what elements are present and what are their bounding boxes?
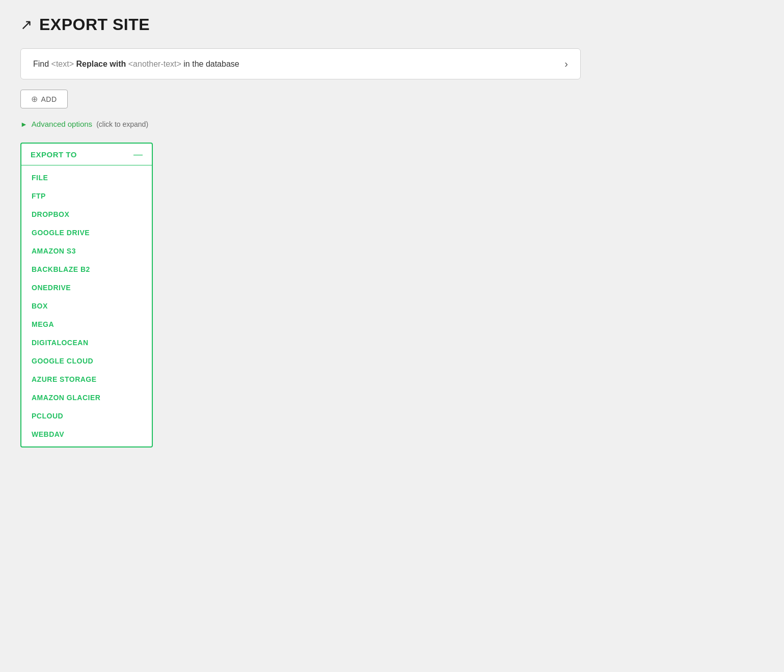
export-destination-item[interactable]: AMAZON GLACIER <box>21 388 152 407</box>
add-button-label: ADD <box>41 95 57 103</box>
export-destination-item[interactable]: AZURE STORAGE <box>21 370 152 388</box>
collapse-icon[interactable]: — <box>133 150 143 159</box>
add-button[interactable]: ⊕ ADD <box>20 90 68 108</box>
export-destination-item[interactable]: AMAZON S3 <box>21 242 152 260</box>
export-destination-item[interactable]: FTP <box>21 187 152 205</box>
export-destination-item[interactable]: GOOGLE DRIVE <box>21 223 152 242</box>
plus-icon: ⊕ <box>31 94 38 104</box>
export-destination-item[interactable]: FILE <box>21 169 152 187</box>
export-destination-item[interactable]: GOOGLE CLOUD <box>21 352 152 370</box>
export-destination-item[interactable]: PCLOUD <box>21 407 152 425</box>
export-destination-list: FILEFTPDROPBOXGOOGLE DRIVEAMAZON S3BACKB… <box>21 165 152 446</box>
export-destination-item[interactable]: DROPBOX <box>21 205 152 223</box>
export-destination-item[interactable]: WEBDAV <box>21 425 152 443</box>
export-panel-title: EXPORT TO <box>31 150 77 159</box>
page-header: ↗ EXPORT SITE <box>20 15 764 34</box>
export-panel: EXPORT TO — FILEFTPDROPBOXGOOGLE DRIVEAM… <box>20 143 153 447</box>
find-tag: <text> <box>51 60 74 68</box>
replace-tag: <another-text> <box>128 60 181 68</box>
export-destination-item[interactable]: ONEDRIVE <box>21 278 152 297</box>
export-destination-item[interactable]: MEGA <box>21 315 152 333</box>
export-panel-header: EXPORT TO — <box>21 144 152 165</box>
export-destination-item[interactable]: DIGITALOCEAN <box>21 333 152 352</box>
page-title: EXPORT SITE <box>39 15 150 34</box>
export-destination-item[interactable]: BACKBLAZE B2 <box>21 260 152 278</box>
export-site-icon: ↗ <box>20 16 32 33</box>
export-destination-item[interactable]: BOX <box>21 297 152 315</box>
advanced-options-hint: (click to expand) <box>96 120 148 128</box>
find-replace-text: Find <text> Replace with <another-text> … <box>33 60 239 69</box>
advanced-options[interactable]: ► Advanced options (click to expand) <box>20 120 764 128</box>
chevron-right-icon: › <box>564 58 568 70</box>
expand-arrow-icon: ► <box>20 120 28 128</box>
advanced-options-label: Advanced options <box>32 120 92 128</box>
find-replace-bar[interactable]: Find <text> Replace with <another-text> … <box>20 48 581 79</box>
